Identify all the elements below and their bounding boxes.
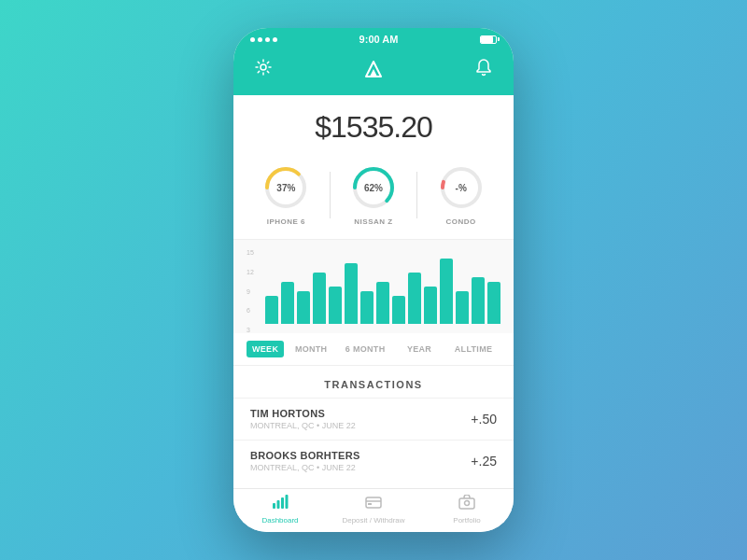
- transactions-title: TRANSACTIONS: [233, 375, 514, 398]
- tab-6month[interactable]: 6 MONTH: [338, 341, 392, 357]
- chart-bar-1: [281, 282, 294, 324]
- gauge-circle-nissanz: 62%: [349, 163, 398, 212]
- chart-bars: [265, 249, 500, 324]
- y-label-9: 9: [247, 288, 254, 295]
- transaction-amount-1: +.25: [471, 454, 497, 469]
- chart-bar-2: [297, 291, 310, 324]
- app-logo: [360, 56, 387, 82]
- chart-section: 15 12 9 6 3: [233, 240, 514, 333]
- bottom-nav: Dashboard Deposit / Withdraw Portfolio: [233, 488, 514, 532]
- gauge-iphone6: 37% IPHONE 6: [243, 163, 330, 226]
- transaction-left-0: TIM HORTONS MONTREAL, QC • JUNE 22: [250, 408, 356, 430]
- nav-portfolio[interactable]: Portfolio: [420, 495, 514, 525]
- main-content: $1535.20 37% IPHONE 6: [233, 95, 514, 488]
- notification-icon[interactable]: [474, 58, 493, 81]
- time-tabs: WEEK MONTH 6 MONTH YEAR ALLTIME: [233, 333, 514, 366]
- tab-week[interactable]: WEEK: [247, 341, 284, 357]
- app-header: [233, 49, 514, 95]
- gauge-nissanz: 62% NISSAN Z: [331, 163, 417, 226]
- chart-bar-0: [265, 296, 278, 324]
- nav-label-portfolio: Portfolio: [453, 516, 480, 525]
- transaction-item-0[interactable]: TIM HORTONS MONTREAL, QC • JUNE 22 +.50: [233, 398, 514, 440]
- y-label-6: 6: [247, 307, 254, 314]
- nav-label-dashboard: Dashboard: [261, 516, 298, 525]
- svg-rect-15: [368, 503, 372, 505]
- svg-point-0: [261, 64, 266, 70]
- chart-bar-14: [487, 282, 500, 324]
- gauge-label-nissanz: 62%: [364, 183, 383, 193]
- gauge-label-iphone6: 37%: [276, 183, 295, 193]
- transaction-name-0: TIM HORTONS: [250, 408, 356, 419]
- balance-amount: $1535.20: [233, 110, 514, 145]
- transaction-name-1: BROOKS BORHTERS: [250, 450, 360, 461]
- transaction-sub-0: MONTREAL, QC • JUNE 22: [250, 421, 356, 430]
- tab-year[interactable]: YEAR: [392, 341, 446, 357]
- portfolio-icon: [458, 495, 475, 513]
- gauge-label-condo: -%: [456, 183, 467, 193]
- chart-bar-8: [392, 296, 405, 324]
- svg-rect-10: [277, 500, 280, 509]
- svg-marker-2: [370, 69, 377, 77]
- chart-y-axis: 15 12 9 6 3: [247, 249, 254, 333]
- y-label-12: 12: [247, 269, 254, 275]
- signal-dots: [250, 37, 277, 42]
- transaction-amount-0: +.50: [471, 412, 497, 427]
- chart-container: 15 12 9 6 3: [247, 249, 500, 333]
- gauge-condo: -% CONDO: [417, 163, 504, 226]
- gauge-name-condo: CONDO: [446, 217, 476, 226]
- chart-bar-4: [329, 287, 342, 324]
- svg-rect-16: [459, 498, 474, 509]
- balance-section: $1535.20: [233, 95, 514, 156]
- gauge-name-iphone6: IPHONE 6: [267, 217, 305, 226]
- transaction-sub-1: MONTREAL, QC • JUNE 22: [250, 463, 360, 472]
- chart-bar-3: [313, 273, 326, 324]
- gauge-name-nissanz: NISSAN Z: [354, 217, 392, 226]
- transaction-item-1[interactable]: BROOKS BORHTERS MONTREAL, QC • JUNE 22 +…: [233, 440, 514, 482]
- transactions-section: TRANSACTIONS TIM HORTONS MONTREAL, QC • …: [233, 366, 514, 482]
- battery-indicator: [480, 35, 497, 44]
- svg-rect-11: [281, 497, 284, 509]
- gauge-circle-condo: -%: [437, 163, 486, 212]
- chart-bar-13: [472, 277, 485, 324]
- nav-dashboard[interactable]: Dashboard: [233, 495, 327, 525]
- chart-bar-5: [345, 263, 358, 324]
- y-label-15: 15: [247, 249, 254, 256]
- phone-frame: 9:00 AM $1535.20: [233, 28, 514, 532]
- gauges-section: 37% IPHONE 6 62% NISSAN Z: [233, 156, 514, 240]
- tab-alltime[interactable]: ALLTIME: [446, 341, 500, 357]
- deposit-icon: [365, 495, 382, 513]
- y-label-3: 3: [247, 327, 254, 333]
- svg-rect-13: [366, 497, 381, 508]
- svg-rect-9: [273, 503, 275, 509]
- chart-bar-7: [376, 282, 389, 324]
- nav-deposit[interactable]: Deposit / Withdraw: [327, 495, 420, 525]
- svg-point-17: [465, 501, 470, 506]
- tab-month[interactable]: MONTH: [284, 341, 338, 357]
- transaction-left-1: BROOKS BORHTERS MONTREAL, QC • JUNE 22: [250, 450, 360, 472]
- chart-bar-10: [424, 287, 437, 324]
- gauge-circle-iphone6: 37%: [261, 163, 310, 212]
- settings-icon[interactable]: [254, 58, 273, 81]
- nav-label-deposit: Deposit / Withdraw: [342, 516, 404, 525]
- status-time: 9:00 AM: [359, 34, 399, 45]
- chart-bar-11: [440, 259, 453, 324]
- status-bar: 9:00 AM: [233, 28, 514, 49]
- chart-bar-6: [360, 291, 374, 324]
- dashboard-icon: [272, 495, 289, 513]
- svg-rect-12: [286, 495, 289, 509]
- chart-bar-9: [408, 273, 421, 324]
- chart-bar-12: [456, 291, 469, 324]
